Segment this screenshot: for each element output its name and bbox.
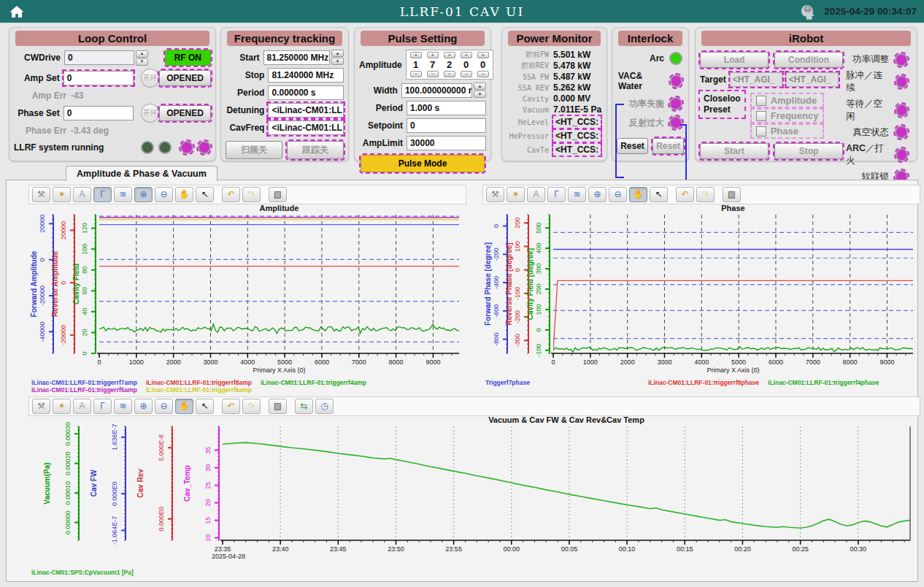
closeloop-check-frequency[interactable]: Frequency bbox=[752, 110, 823, 122]
zoom-in-icon[interactable]: ⊕ bbox=[588, 187, 607, 202]
vacuum-chart[interactable]: Vacuum & Cav FW & Cav Rev&Cav Temp23:352… bbox=[28, 416, 917, 568]
scroll-icon[interactable]: ⇆ bbox=[295, 399, 313, 414]
page-title: LLRF-01 CAV UI bbox=[0, 4, 924, 19]
digit-2-decrement-button[interactable]: − bbox=[444, 71, 455, 77]
digit-3-decrement-button[interactable]: − bbox=[461, 71, 472, 77]
freq-detuning-field[interactable]: <iLinac-CM01:LL bbox=[268, 103, 344, 118]
interlock-row: 反射过大 bbox=[618, 116, 682, 129]
redo-icon[interactable]: ↷ bbox=[242, 187, 261, 202]
digit-1-decrement-button[interactable]: − bbox=[427, 71, 439, 77]
freq-period-field[interactable]: 0.000000 s bbox=[268, 85, 344, 100]
phase-open-loop-button[interactable]: 开环 bbox=[141, 104, 160, 123]
tab-amplitude-phase-vacuum[interactable]: Amplitude & Phase & Vacuum bbox=[66, 166, 217, 181]
pulse-mode-button[interactable]: Pulse Mode bbox=[361, 155, 485, 172]
time-range-icon[interactable]: ◷ bbox=[315, 399, 334, 414]
freq-start-spin-down-button[interactable]: ▼ bbox=[331, 58, 344, 65]
digit-0-decrement-button[interactable]: − bbox=[410, 71, 422, 77]
pan-icon[interactable]: ✋ bbox=[629, 187, 647, 202]
pulse-width-field[interactable]: 100.000000000 m bbox=[401, 83, 472, 98]
stagger-icon[interactable]: ≋ bbox=[114, 187, 132, 202]
freq-cavfreq-field[interactable]: <iLinac-CM01:LL bbox=[268, 120, 344, 135]
redo-icon[interactable]: ↷ bbox=[696, 187, 715, 202]
phase-loop-state-button[interactable]: OPENED bbox=[159, 105, 211, 121]
digit-0-increment-button[interactable]: + bbox=[410, 52, 422, 58]
rf-on-button[interactable]: RF ON bbox=[165, 50, 211, 66]
pulse-amplimit-field[interactable]: 30000 bbox=[407, 136, 486, 150]
pan-icon[interactable]: ✋ bbox=[175, 187, 193, 202]
pulse-setpoint-field[interactable]: 0 bbox=[407, 118, 486, 133]
amplitude-chart[interactable]: Amplitude0100020003000400050006000700080… bbox=[28, 204, 465, 378]
closeloop-check-amplitude[interactable]: Amplitude bbox=[752, 94, 823, 107]
axes-icon[interactable]: Γ bbox=[93, 187, 112, 202]
digit-4-decrement-button[interactable]: − bbox=[477, 71, 489, 77]
svg-text:Primary X Axis (0): Primary X Axis (0) bbox=[707, 367, 759, 374]
undo-icon[interactable]: ↶ bbox=[676, 187, 694, 202]
closeloop-check-phase[interactable]: Phase bbox=[752, 125, 823, 137]
svg-text:0: 0 bbox=[493, 224, 500, 228]
freq-stop-field[interactable]: 81.240000 MHz bbox=[268, 68, 344, 83]
amp-set-input[interactable] bbox=[63, 71, 134, 85]
axes-icon[interactable]: Γ bbox=[93, 399, 112, 414]
svg-text:4000: 4000 bbox=[240, 358, 255, 366]
wand-icon[interactable]: ✶ bbox=[53, 187, 71, 202]
pulse-period-field[interactable]: 1.000 s bbox=[407, 101, 486, 115]
legend-item: iLinac-CM01:LLRF-01:triggerrf5amp bbox=[31, 386, 137, 394]
sweep-off-button[interactable]: 扫频关 bbox=[226, 141, 282, 159]
interlock-reset-remote-button[interactable]: Reset bbox=[652, 138, 684, 154]
undo-icon[interactable]: ↶ bbox=[222, 399, 240, 414]
zoom-out-icon[interactable]: ⊖ bbox=[609, 187, 627, 202]
digit-4-increment-button[interactable]: + bbox=[477, 52, 489, 58]
wand-icon[interactable]: ✶ bbox=[507, 187, 525, 202]
cwdrive-spin-down-button[interactable]: ▼ bbox=[136, 58, 148, 66]
undo-icon[interactable]: ↶ bbox=[222, 187, 240, 202]
zoom-out-icon[interactable]: ⊖ bbox=[155, 187, 173, 202]
freq-start-field[interactable]: 81.250000 MHz bbox=[263, 50, 330, 65]
svg-text:00:30: 00:30 bbox=[850, 545, 866, 553]
legend-item: iLinac-CM01:LLRF-01:triggerrf8phase bbox=[648, 379, 759, 386]
pulse-width-spin-up-button[interactable]: ▲ bbox=[474, 83, 486, 90]
zoom-in-icon[interactable]: ⊕ bbox=[134, 187, 153, 202]
stagger-icon[interactable]: ≋ bbox=[114, 399, 132, 414]
redo-icon[interactable]: ↷ bbox=[242, 399, 261, 414]
legend-item: iLinac-CM01:LLRF-01:triggerrf7amp bbox=[31, 379, 137, 386]
amp-loop-state-button[interactable]: OPENED bbox=[159, 70, 211, 86]
snapshot-icon[interactable]: ▨ bbox=[269, 399, 287, 414]
annotation-icon[interactable]: A bbox=[527, 187, 545, 202]
digit-2-increment-button[interactable]: + bbox=[444, 52, 455, 58]
axes-icon[interactable]: Γ bbox=[547, 187, 566, 202]
amp-open-loop-button[interactable]: 开环 bbox=[141, 69, 160, 88]
irobot-load-button[interactable]: Load bbox=[700, 52, 769, 68]
snapshot-icon[interactable]: ▨ bbox=[723, 187, 741, 202]
digit-1-increment-button[interactable]: + bbox=[427, 52, 439, 58]
annotation-icon[interactable]: A bbox=[73, 399, 91, 414]
cwdrive-input[interactable] bbox=[64, 50, 134, 65]
pan-icon[interactable]: ✋ bbox=[175, 399, 193, 414]
pulse-width-spin-down-button[interactable]: ▼ bbox=[474, 91, 486, 98]
svg-text:1000: 1000 bbox=[129, 358, 144, 366]
snapshot-icon[interactable]: ▨ bbox=[269, 187, 287, 202]
zoom-in-icon[interactable]: ⊕ bbox=[134, 399, 153, 414]
irobot-start-button[interactable]: Start bbox=[700, 143, 769, 159]
configure-icon[interactable]: ⚒ bbox=[486, 187, 504, 202]
irobot-condition-button[interactable]: Condition bbox=[774, 52, 843, 68]
cwdrive-spin-up-button[interactable]: ▲ bbox=[136, 50, 148, 58]
power-value: 5.262 kW bbox=[553, 83, 590, 93]
pointer-icon[interactable]: ↖ bbox=[196, 399, 214, 414]
configure-icon[interactable]: ⚒ bbox=[32, 399, 50, 414]
pointer-icon[interactable]: ↖ bbox=[196, 187, 214, 202]
wand-icon[interactable]: ✶ bbox=[53, 399, 71, 414]
zoom-out-icon[interactable]: ⊖ bbox=[155, 399, 173, 414]
tracking-off-button[interactable]: 跟踪关 bbox=[287, 141, 344, 159]
freq-start-spin-up-button[interactable]: ▲ bbox=[331, 50, 344, 57]
vacuum-chart-box: ⚒✶AΓ≋⊕⊖✋↖↶↷▨⇆◷ Vacuum & Cav FW & Cav Rev… bbox=[28, 396, 920, 577]
phase-set-input[interactable] bbox=[63, 106, 134, 120]
configure-icon[interactable]: ⚒ bbox=[32, 187, 50, 202]
stagger-icon[interactable]: ≋ bbox=[568, 187, 586, 202]
amplitude-digit-stepper[interactable]: +1−+7−+2−+0−+0− bbox=[406, 50, 493, 80]
digit-3-increment-button[interactable]: + bbox=[461, 52, 472, 58]
irobot-status-row: ARC／打火 bbox=[846, 142, 908, 167]
irobot-stop-button[interactable]: Stop bbox=[774, 143, 843, 159]
annotation-icon[interactable]: A bbox=[73, 187, 91, 202]
phase-chart[interactable]: Phase01000200030004000500060007000800090… bbox=[482, 204, 919, 378]
pointer-icon[interactable]: ↖ bbox=[650, 187, 668, 202]
